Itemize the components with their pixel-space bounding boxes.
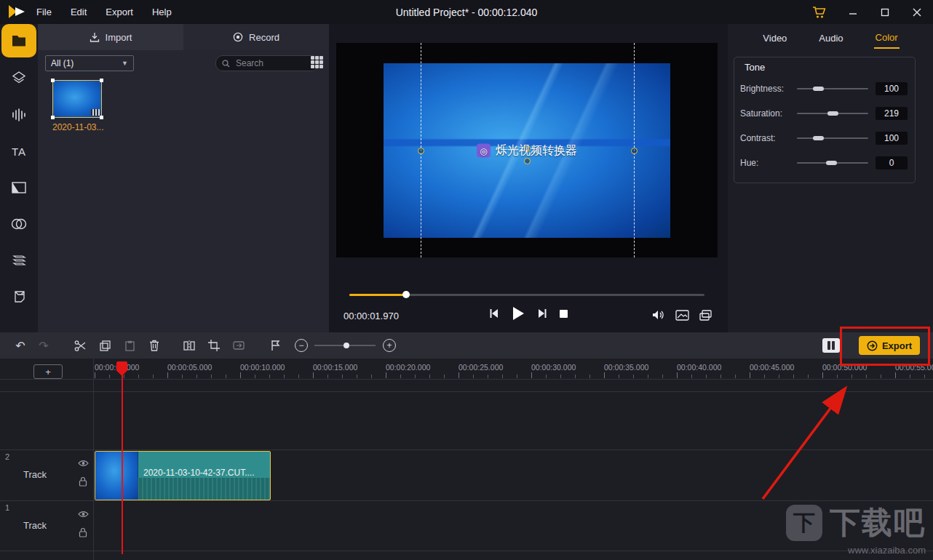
hue-value[interactable]: 0: [876, 156, 908, 169]
track-visibility-icon[interactable]: [78, 510, 89, 519]
slider-handle[interactable]: [826, 161, 837, 165]
search-input[interactable]: [234, 57, 300, 69]
sidebar-item-motion[interactable]: [0, 279, 38, 315]
ruler-tick: [648, 375, 648, 378]
menu-edit[interactable]: Edit: [71, 7, 87, 17]
redo-button[interactable]: ↷: [33, 332, 54, 359]
detach-preview-icon[interactable]: [699, 310, 712, 321]
minimize-button[interactable]: [837, 0, 869, 24]
timeline-zoom-slider[interactable]: [314, 345, 376, 346]
search-box[interactable]: [215, 55, 319, 71]
copy-icon: [100, 340, 111, 351]
seek-bar[interactable]: [349, 292, 704, 299]
tab-video[interactable]: Video: [761, 27, 788, 48]
close-button[interactable]: [901, 0, 933, 24]
sidebar-item-filters[interactable]: [0, 206, 38, 242]
filters-icon: [10, 217, 28, 231]
marker-button[interactable]: [265, 332, 285, 359]
sidebar-item-audio[interactable]: [0, 97, 38, 133]
contrast-value[interactable]: 100: [876, 132, 908, 145]
timeline-ruler[interactable]: 00:00:00.00000:00:05.00000:00:10.00000:0…: [0, 359, 933, 379]
render-preview-button[interactable]: [822, 338, 840, 353]
menu-help[interactable]: Help: [152, 7, 172, 17]
media-thumbnail[interactable]: [52, 80, 102, 118]
speed-button[interactable]: [229, 332, 249, 359]
ruler-label: 00:00:10.000: [240, 363, 285, 372]
media-filter-dropdown[interactable]: All (1) ▼: [45, 55, 134, 71]
sidebar-item-text[interactable]: TA: [0, 133, 38, 169]
sidebar-item-media[interactable]: [1, 24, 36, 57]
resize-handle-right[interactable]: [631, 148, 638, 154]
play-button[interactable]: [512, 306, 525, 321]
timeline-divider: [0, 379, 933, 380]
resize-handle-left[interactable]: [418, 148, 424, 154]
brightness-slider[interactable]: [797, 83, 868, 95]
tab-color[interactable]: Color: [874, 26, 900, 49]
properties-panel: Video Audio Color Tone Brightness: 100 S…: [728, 24, 933, 332]
sidebar: TA: [0, 24, 38, 332]
preview-canvas[interactable]: ◎ 烁光视频转换器: [336, 43, 718, 257]
ruler-label: 00:00:55.00: [895, 363, 933, 372]
zoom-in-button[interactable]: +: [379, 332, 400, 359]
next-frame-button[interactable]: [536, 308, 547, 319]
snapshot-icon[interactable]: [675, 310, 689, 321]
sidebar-item-elements[interactable]: [0, 60, 38, 97]
zoom-out-button[interactable]: −: [291, 332, 311, 359]
media-panel: Import Record All (1) ▼: [38, 24, 329, 332]
track-lock-icon[interactable]: [79, 527, 87, 537]
zoom-slider-handle[interactable]: [344, 343, 349, 348]
tab-record[interactable]: Record: [183, 24, 329, 50]
tab-import[interactable]: Import: [38, 24, 183, 50]
grid-view-icon[interactable]: [310, 55, 326, 71]
ruler-tick: [866, 375, 867, 378]
split-button[interactable]: [179, 332, 199, 359]
ruler-tick: [138, 375, 139, 378]
timeline-divider: [0, 500, 933, 501]
menu-file[interactable]: File: [36, 7, 52, 17]
ruler-tick: [779, 375, 779, 378]
saturation-slider[interactable]: [797, 108, 868, 119]
media-item[interactable]: 2020-11-03...: [52, 80, 111, 132]
previous-frame-button[interactable]: [489, 308, 500, 319]
transport-controls: [477, 306, 579, 321]
slider-handle[interactable]: [827, 111, 838, 116]
ruler-tick: [560, 375, 561, 378]
crop-button[interactable]: [204, 332, 224, 359]
cut-button[interactable]: [70, 332, 90, 359]
add-track-button[interactable]: +: [33, 364, 63, 379]
tab-audio[interactable]: Audio: [817, 27, 844, 48]
watermark-url: www.xiazaiba.com: [786, 545, 926, 556]
audio-waveform-icon: [11, 108, 27, 122]
saturation-value[interactable]: 219: [876, 107, 908, 120]
ruler-label: 00:00:45.000: [750, 363, 794, 372]
cart-icon[interactable]: [812, 6, 827, 19]
rotate-handle[interactable]: [524, 158, 531, 164]
track-lock-icon[interactable]: [79, 476, 87, 487]
volume-icon[interactable]: [652, 309, 665, 321]
duplicate-button[interactable]: [95, 332, 115, 359]
slider-handle[interactable]: [813, 87, 824, 91]
undo-button[interactable]: ↶: [10, 332, 31, 359]
track-header-2: 2 Track: [0, 450, 93, 500]
stop-button[interactable]: [559, 309, 568, 319]
contrast-slider[interactable]: [797, 132, 868, 144]
track-visibility-icon[interactable]: [78, 459, 89, 468]
paste-button[interactable]: [119, 332, 140, 359]
transport-bar: 00:00:01.970: [329, 305, 728, 329]
menu-export[interactable]: Export: [106, 7, 133, 17]
ruler-tick: [95, 372, 95, 378]
elements-icon: [11, 71, 27, 87]
playhead-line[interactable]: [122, 361, 123, 554]
export-button[interactable]: Export: [859, 336, 920, 355]
delete-button[interactable]: [144, 332, 164, 359]
hue-slider[interactable]: [797, 157, 868, 169]
sidebar-item-effects[interactable]: [0, 242, 38, 279]
ruler-tick: [808, 375, 809, 378]
seek-handle[interactable]: [402, 291, 410, 298]
sidebar-item-transitions[interactable]: [0, 169, 38, 206]
tone-section: Tone Brightness: 100 Saturation: 219 Con…: [734, 57, 916, 183]
slider-handle[interactable]: [813, 136, 824, 140]
watermark: 下 下载吧 www.xiazaiba.com: [786, 503, 926, 556]
brightness-value[interactable]: 100: [876, 82, 908, 95]
maximize-button[interactable]: [869, 0, 901, 24]
